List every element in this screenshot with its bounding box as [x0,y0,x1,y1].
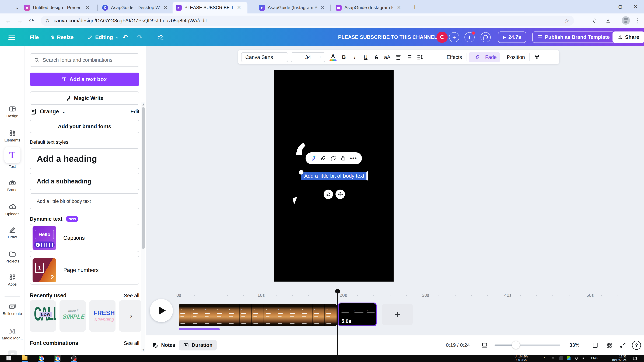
add-brand-fonts-button[interactable]: Add your brand fonts [30,120,139,133]
tab-asapguide-youtube[interactable]: ▶ AsapGuide (Instagram Post) - Y ✕ [256,2,328,13]
tray-chevron-icon[interactable]: ^ [544,355,546,362]
underline-button[interactable]: U [360,54,371,60]
chrome-icon[interactable] [38,355,45,361]
account-avatar[interactable]: C [436,28,448,46]
captions-card[interactable]: Hello ▶ Captions [30,224,139,252]
list-button[interactable] [404,54,414,60]
grid-view-button[interactable] [604,340,614,350]
brand-kit-row[interactable]: Orange ⌄ Edit [30,107,139,116]
add-text-box-button[interactable]: T Add a text box [30,72,139,86]
tray-color-app-icon[interactable] [567,355,570,362]
rotate-handle[interactable] [324,190,333,199]
zoom-slider[interactable] [494,345,560,346]
back-icon[interactable]: ← [4,16,12,25]
tray-app-icon[interactable] [559,355,563,362]
browser-menu-dots-icon[interactable]: ⋮ [633,16,642,25]
recent-style-keep-it-simple[interactable]: keep it SIMPLE [60,300,86,332]
tab-asapguide-wallpaper[interactable]: C AsapGuide - Desktop Wallpape ✕ [99,2,171,13]
sidebar-item-bulk-create[interactable]: Bulk create [0,302,25,316]
sidebar-item-draw[interactable]: Draw [0,225,25,239]
sidebar-item-brand[interactable]: Brand [0,178,25,192]
add-page-button[interactable]: + [382,304,413,325]
comments-button[interactable] [480,28,491,46]
speaker-icon[interactable] [582,355,586,362]
help-button[interactable]: ? [632,341,641,350]
alignment-button[interactable] [393,54,404,60]
font-size-value[interactable]: 34 [305,54,311,60]
sidebar-item-uploads[interactable]: Uploads [0,202,25,216]
address-bar[interactable]: ⛭ canva.com/design/DAGYG3cgFAI/G7PsQD9sL… [40,15,574,26]
start-button[interactable] [5,355,12,361]
window-close-button[interactable]: ✕ [630,2,641,11]
link-icon[interactable] [320,155,326,161]
reload-icon[interactable]: ⟳ [27,16,36,25]
preview-play-button[interactable]: ▶24.7s [498,28,526,46]
comment-add-icon[interactable] [330,155,336,161]
move-handle[interactable] [336,190,345,199]
font-size-plus[interactable]: + [318,54,322,60]
zoom-percent[interactable]: 33% [569,336,580,355]
scroll-down-icon[interactable]: ▼ [142,348,145,352]
selected-text-element[interactable]: Add a little bit of body text [301,172,368,180]
sidebar-item-design[interactable]: Design [0,104,25,118]
wifi-icon[interactable] [574,355,578,362]
see-all-recent-link[interactable]: See all [124,293,139,299]
video-clip-1[interactable]: ❝❝❝❝❝❝❝❝❝❝❝❝❝ [179,304,337,326]
scrollbar-thumb[interactable] [142,107,145,249]
home-menu-button[interactable] [8,28,16,46]
design-title[interactable]: PLEASE SUBSCRIBE TO THIS CHANNEL [338,28,437,46]
notification-center-icon[interactable] [633,355,637,362]
share-button[interactable]: Share [612,28,644,46]
sidebar-item-projects[interactable]: Projects [0,249,25,264]
duration-button[interactable]: Duration [179,336,217,355]
fit-page-button[interactable] [590,340,600,350]
page-numbers-card[interactable]: 1 2 Page numbers [30,256,139,285]
browser-profile-avatar[interactable] [622,16,630,25]
recent-more-chevron[interactable]: › [130,312,132,320]
sidebar-item-text-active[interactable]: T Text [0,147,25,169]
add-heading-card[interactable]: Add a heading [30,148,139,169]
recent-style-call-now[interactable]: CALL NOW [30,300,56,332]
design-canvas-page[interactable]: ‘ ••• Add a little bit of body text [274,70,394,282]
sidebar-item-apps[interactable]: Apps [0,272,25,287]
zoom-slider-knob[interactable] [512,341,520,349]
magic-edit-icon[interactable] [310,155,316,161]
tab-untitled-design[interactable]: Untitled design - Presentation ✕ [21,2,94,13]
magic-write-button[interactable]: Magic Write [30,91,139,105]
window-maximize-button[interactable]: ▢ [615,2,626,11]
position-button[interactable]: Position [504,54,528,60]
video-clip-2-selected[interactable]: ❝ ❝ ❝ 5.0s [338,303,376,326]
effects-button[interactable]: Effects [444,54,465,60]
site-settings-icon[interactable]: ⛭ [46,18,49,23]
playhead-line[interactable] [338,293,338,362]
microphone-icon[interactable] [551,355,555,362]
search-input[interactable]: Search fonts and combinations [30,53,139,67]
window-minimize-button[interactable]: – [600,2,610,11]
fade-animation-button[interactable]: Fade [469,52,500,62]
clock[interactable]: 12:33 10/12/2024 [604,355,626,362]
new-tab-button[interactable]: + [411,3,418,11]
spacing-button[interactable] [414,54,425,60]
font-size-minus[interactable]: − [294,54,298,60]
italic-button[interactable]: I [349,54,360,60]
file-explorer-icon[interactable] [21,355,28,361]
timeline-play-button[interactable] [150,299,173,322]
insights-button[interactable] [464,28,474,46]
extensions-puzzle-icon[interactable] [590,16,599,25]
add-subheading-card[interactable]: Add a subheading [30,173,139,190]
tab-active-canva-video[interactable]: ▶ PLEASE SUBSCRIBE TO THIS CH ✕ [172,2,248,13]
scroll-up-icon[interactable]: ▲ [142,102,145,106]
tab-close-icon[interactable]: ✕ [320,5,324,10]
tab-close-icon[interactable]: ✕ [86,5,90,10]
notes-button[interactable]: Notes [152,336,175,355]
bold-button[interactable]: B [338,54,349,60]
see-all-fonts-link[interactable]: See all [124,340,139,346]
text-case-button[interactable]: aA [382,54,393,60]
redo-button[interactable]: ↷ [137,28,142,46]
more-options-icon[interactable]: ••• [350,155,357,161]
panel-scrollbar[interactable]: ▲ ▼ [142,102,145,352]
tab-close-icon[interactable]: ✕ [164,5,168,10]
text-color-button[interactable]: A [328,53,338,61]
selection-handle[interactable] [299,170,304,175]
language-indicator[interactable]: ENG [591,355,598,362]
